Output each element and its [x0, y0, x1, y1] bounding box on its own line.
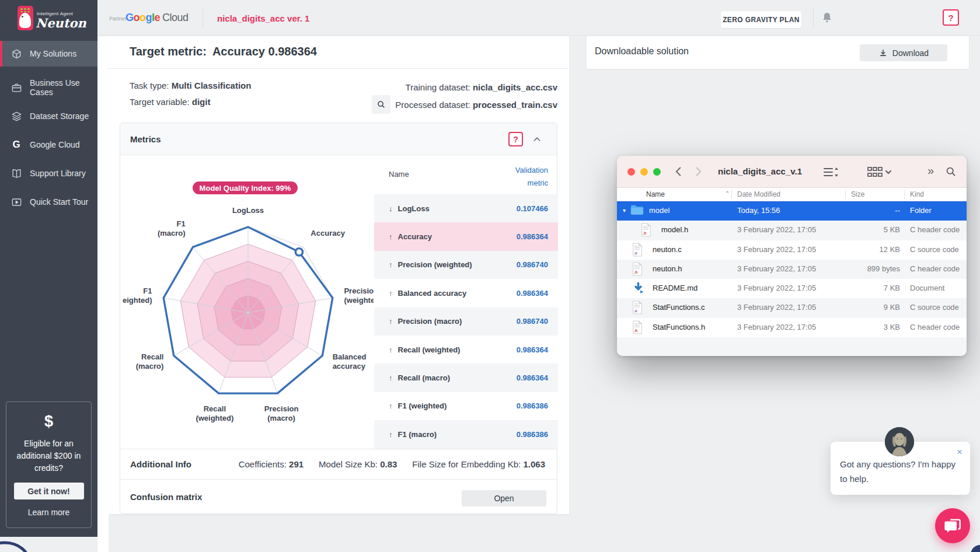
file-icon: .h [632, 320, 646, 335]
sidebar-item-google-cloud[interactable]: GGoogle Cloud [0, 132, 97, 158]
notifications-bell-icon[interactable] [820, 11, 834, 25]
get-it-now-button[interactable]: Get it now! [14, 483, 84, 499]
finder-row-statfunctions-h[interactable]: .hStatFunctions.h3 February 2022, 17:053… [617, 318, 967, 337]
back-button[interactable] [672, 165, 685, 178]
metric-row-logloss: ↓LogLoss0.107466 [374, 194, 558, 222]
arrow-up-icon: ↑ [389, 289, 393, 298]
metric-name: Recall (weighted) [398, 345, 461, 354]
download-button-label: Download [892, 48, 929, 58]
file-size: 7 KB [839, 284, 900, 292]
metric-value: 0.986364 [517, 289, 548, 298]
file-icon [632, 281, 646, 296]
arrow-down-icon: ↓ [389, 204, 393, 213]
more-toolbar-icon[interactable]: » [927, 164, 934, 177]
learn-more-link[interactable]: Learn more [6, 508, 91, 517]
metric-name: F1 (weighted) [398, 401, 447, 410]
file-date: 3 February 2022, 17:05 [737, 323, 816, 331]
disclosure-chevron-icon[interactable]: ▾ [623, 207, 626, 214]
file-kind: C header code [910, 323, 960, 331]
list-view-icon[interactable] [822, 166, 840, 179]
file-kind: C source code [910, 303, 959, 312]
decor-arc-left [0, 537, 29, 552]
panel-gutter [97, 36, 109, 552]
svg-text:Precision(macro): Precision(macro) [264, 404, 299, 422]
training-dataset-row: Training dataset: nicla_digits_acc.csv [406, 82, 557, 92]
finder-file-list: ▾modelToday, 15:56--Folder.hmodel.h3 Feb… [617, 201, 967, 356]
metric-value: 0.986386 [517, 430, 548, 439]
sidebar-item-dataset-storage[interactable]: Dataset Storage [0, 103, 97, 129]
column-header-date[interactable]: Date Modified [737, 190, 780, 198]
confusion-open-button[interactable]: Open [462, 490, 546, 506]
column-header-kind[interactable]: Kind [910, 190, 924, 198]
training-dataset-value: nicla_digits_acc.csv [473, 82, 557, 92]
radar-chart: LogLossAccuracyPrecision(weightedBalance… [123, 169, 374, 432]
task-type-value: Multi Classification [172, 81, 252, 90]
metric-row-precision-weighted-: ↑Precision (weighted)0.986740 [374, 251, 558, 279]
neuton-logo: Intelligent Agent Neuton [0, 0, 97, 36]
forward-button[interactable] [692, 165, 705, 178]
file-icon: .c [632, 301, 646, 315]
download-icon [878, 48, 888, 58]
column-divider [731, 190, 732, 199]
file-name: StatFunctions.h [653, 323, 705, 331]
column-header-name[interactable]: Name [646, 190, 665, 198]
info-item: File Size for Embedding Kb: 1.063 [412, 459, 545, 469]
file-name: neuton.h [653, 264, 682, 273]
confusion-matrix-title: Confusion matrix [130, 492, 202, 502]
topbar-divider-2 [813, 8, 814, 29]
svg-text:LogLoss: LogLoss [232, 206, 264, 215]
finder-search-icon[interactable] [945, 166, 957, 177]
close-window-button[interactable] [627, 168, 635, 176]
finder-row-neuton-c[interactable]: .cneuton.c3 February 2022, 17:0512 KBC s… [617, 240, 967, 260]
column-header-size[interactable]: Size [851, 190, 864, 198]
chat-bubble-icon [943, 516, 962, 535]
help-button[interactable]: ? [943, 9, 959, 26]
download-button[interactable]: Download [860, 44, 947, 61]
finder-row-neuton-h[interactable]: .hneuton.h3 February 2022, 17:05899 byte… [617, 260, 967, 279]
svg-text:.h: .h [643, 231, 647, 235]
dataset-search-button[interactable] [372, 95, 390, 114]
metric-row-recall-macro-: ↑Recall (macro)0.986364 [374, 364, 558, 392]
chat-launcher-button[interactable] [935, 508, 970, 543]
google-wordmark: Google [125, 12, 160, 23]
metric-row-f1-macro-: ↑F1 (macro)0.986386 [374, 420, 558, 448]
target-metric-value: Accuracy 0.986364 [212, 45, 317, 58]
finder-window-title: nicla_digits_acc_v.1 [705, 166, 815, 176]
support-agent-avatar [885, 427, 914, 456]
metrics-card-header: Metrics ? [120, 123, 557, 155]
finder-window: nicla_digits_acc_v.1 » Name ⌃ Date Modif… [617, 156, 967, 356]
metrics-help-button[interactable]: ? [508, 132, 523, 146]
finder-titlebar[interactable]: nicla_digits_acc_v.1 » [617, 156, 967, 188]
chat-close-icon[interactable]: × [957, 446, 962, 458]
target-variable-value: digit [192, 97, 211, 107]
sidebar-item-business-use-cases[interactable]: Business Use Cases [0, 75, 97, 100]
finder-row-statfunctions-c[interactable]: .cStatFunctions.c3 February 2022, 17:059… [617, 298, 967, 317]
metric-name: Recall (macro) [398, 373, 451, 382]
sidebar-item-my-solutions[interactable]: My Solutions [0, 41, 97, 67]
file-size: 12 KB [839, 245, 900, 254]
additional-info-title: Additional Info [130, 459, 191, 469]
group-view-icon[interactable] [867, 166, 891, 179]
minimize-window-button[interactable] [640, 168, 648, 176]
finder-row-model-h[interactable]: .hmodel.h3 February 2022, 17:055 KBC hea… [617, 221, 967, 240]
svg-text:Precision(weighted: Precision(weighted [344, 287, 374, 305]
tour-icon [11, 196, 22, 208]
file-size: 9 KB [839, 303, 900, 312]
plan-button[interactable]: ZERO GRAVITY PLAN [721, 11, 801, 28]
svg-text:.h: .h [634, 270, 638, 274]
layers-icon [11, 110, 22, 122]
finder-row-readme-md[interactable]: README.md3 February 2022, 17:057 KBDocum… [617, 279, 967, 298]
file-icon: .c [632, 243, 646, 257]
finder-row-model[interactable]: ▾modelToday, 15:56--Folder [617, 201, 967, 221]
sidebar-item-support-library[interactable]: Support Library [0, 160, 97, 186]
google-cloud-logo: GoogleCloud [125, 12, 189, 24]
additional-info-values: Coefficients: 291Model Size Kb: 0.83File… [239, 459, 545, 469]
package-icon [11, 48, 22, 60]
file-size: -- [839, 206, 900, 215]
sidebar-item-quick-start-tour[interactable]: Quick Start Tour [0, 189, 97, 215]
collapse-chevron-icon[interactable] [532, 135, 542, 144]
arrow-up-icon: ↑ [389, 260, 393, 269]
file-date: 3 February 2022, 17:05 [737, 303, 816, 312]
metric-row-precision-macro-: ↑Precision (macro)0.986740 [374, 308, 558, 336]
zoom-window-button[interactable] [653, 168, 661, 176]
